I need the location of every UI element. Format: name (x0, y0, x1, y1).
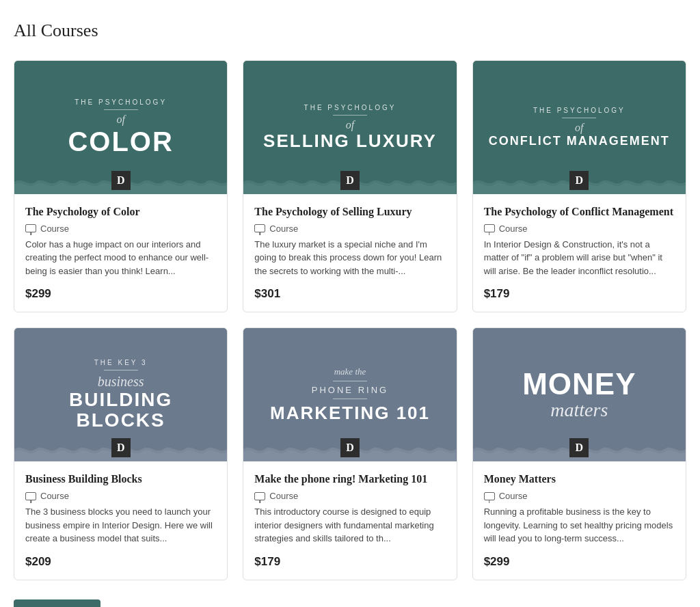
course-card-conflict[interactable]: THE PSYCHOLOGY of CONFLICT MANAGEMENT D … (472, 60, 686, 312)
card-image-marketing: make the PHONE RING MARKETING 101 D (243, 328, 456, 461)
card-price-business: $209 (25, 555, 216, 569)
card-type-label: Course (269, 224, 298, 234)
course-card-business[interactable]: THE KEY 3 business BUILDING BLOCKS D Bus… (14, 327, 228, 580)
card-description-business: The 3 business blocks you need to launch… (25, 505, 216, 545)
card-type-money: Course (484, 491, 675, 501)
card-price-selling-luxury: $301 (254, 287, 445, 301)
courses-grid: THE PSYCHOLOGY of COLOR D The Psychology… (14, 60, 686, 580)
card-price-marketing: $179 (254, 555, 445, 569)
monitor-icon (484, 224, 495, 232)
card-title-conflict: The Psychology of Conflict Management (484, 205, 675, 219)
course-card-money[interactable]: MONEY matters D Money Matters Course Run… (472, 327, 686, 580)
badge-d: D (569, 171, 589, 190)
card-type-color: Course (25, 224, 216, 234)
card-body-business: Business Building Blocks Course The 3 bu… (14, 461, 227, 579)
card-body-color: The Psychology of Color Course Color has… (14, 194, 227, 312)
card-price-color: $299 (25, 287, 216, 301)
card-body-conflict: The Psychology of Conflict Management Co… (473, 194, 686, 312)
card-description-money: Running a profitable business is the key… (484, 505, 675, 545)
card-image-color: THE PSYCHOLOGY of COLOR D (14, 61, 227, 194)
badge-d: D (111, 171, 131, 190)
monitor-icon (254, 224, 265, 232)
card-body-marketing: Make the phone ring! Marketing 101 Cours… (243, 461, 456, 579)
view-more-button[interactable]: View More (14, 599, 100, 607)
card-type-selling-luxury: Course (254, 224, 445, 234)
card-title-business: Business Building Blocks (25, 472, 216, 487)
course-card-selling-luxury[interactable]: THE PSYCHOLOGY of SELLING LUXURY D The P… (243, 60, 457, 312)
card-image-selling-luxury: THE PSYCHOLOGY of SELLING LUXURY D (243, 61, 456, 194)
badge-d: D (569, 438, 589, 457)
card-image-conflict: THE PSYCHOLOGY of CONFLICT MANAGEMENT D (473, 61, 686, 194)
card-type-label: Course (499, 491, 528, 501)
card-body-selling-luxury: The Psychology of Selling Luxury Course … (243, 194, 456, 312)
badge-d: D (340, 171, 360, 190)
card-type-label: Course (40, 224, 69, 234)
card-title-selling-luxury: The Psychology of Selling Luxury (254, 205, 445, 219)
badge-d: D (340, 438, 360, 457)
card-title-money: Money Matters (484, 472, 675, 487)
card-description-color: Color has a huge impact on our interiors… (25, 238, 216, 278)
monitor-icon (484, 492, 495, 500)
card-price-conflict: $179 (484, 287, 675, 301)
card-type-conflict: Course (484, 224, 675, 234)
card-price-money: $299 (484, 555, 675, 569)
card-title-marketing: Make the phone ring! Marketing 101 (254, 472, 445, 487)
monitor-icon (254, 492, 265, 500)
page-title: All Courses (14, 21, 686, 41)
card-type-label: Course (40, 491, 69, 501)
card-type-business: Course (25, 491, 216, 501)
card-description-selling-luxury: The luxury market is a special niche and… (254, 238, 445, 278)
card-image-money: MONEY matters D (473, 328, 686, 461)
card-image-business: THE KEY 3 business BUILDING BLOCKS D (14, 328, 227, 461)
course-card-marketing[interactable]: make the PHONE RING MARKETING 101 D Make… (243, 327, 457, 580)
badge-d: D (111, 438, 131, 457)
card-type-label: Course (499, 224, 528, 234)
card-type-marketing: Course (254, 491, 445, 501)
card-description-conflict: In Interior Design & Construction, it's … (484, 238, 675, 278)
course-card-color[interactable]: THE PSYCHOLOGY of COLOR D The Psychology… (14, 60, 228, 312)
card-title-color: The Psychology of Color (25, 205, 216, 219)
card-body-money: Money Matters Course Running a profitabl… (473, 461, 686, 579)
monitor-icon (25, 224, 36, 232)
card-type-label: Course (269, 491, 298, 501)
card-description-marketing: This introductory course is designed to … (254, 505, 445, 545)
monitor-icon (25, 492, 36, 500)
